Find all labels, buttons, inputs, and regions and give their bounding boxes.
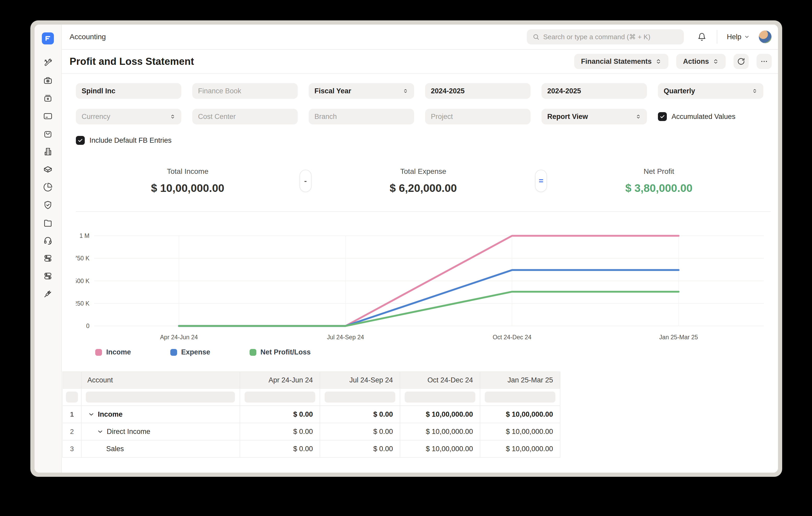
refresh-button[interactable]: [733, 54, 749, 69]
help-label: Help: [727, 33, 742, 41]
checkbox-checked-icon: [658, 112, 667, 121]
chevrons-up-down-icon: [170, 114, 176, 119]
column-header[interactable]: Account: [82, 372, 240, 388]
credit-card-icon[interactable]: [43, 111, 53, 121]
column-filter-input[interactable]: [86, 392, 235, 402]
filter-finance-book-label: Finance Book: [198, 87, 292, 95]
notification-bell-icon[interactable]: [697, 32, 706, 41]
amount-cell: $ 10,00,000.00: [400, 423, 480, 440]
value-filter-cell: [240, 389, 320, 405]
value-filter-cell: [320, 389, 400, 405]
include-default-fb-label: Include Default FB Entries: [89, 136, 172, 145]
filter-cost-center-label: Cost Center: [198, 113, 292, 121]
series-line-expense: [179, 270, 678, 326]
column-filter-input[interactable]: [325, 392, 395, 402]
sidebar: [34, 25, 62, 473]
shield-check-icon[interactable]: [43, 200, 53, 210]
table-row-income[interactable]: 1Income$ 0.00$ 0.00$ 10,00,000.00$ 10,00…: [62, 406, 560, 423]
breadcrumb-workspace: Accounting: [69, 33, 106, 41]
package-icon[interactable]: [43, 165, 53, 174]
report-group-dropdown[interactable]: Financial Statements: [574, 54, 668, 69]
filter-project[interactable]: Project: [425, 109, 530, 124]
global-search[interactable]: [527, 29, 684, 44]
total-expense-label: Total Expense: [312, 167, 535, 176]
header-index-cell: [62, 372, 82, 388]
filter-row-1: Spindl IncFinance BookFiscal Year2024-20…: [76, 83, 771, 99]
column-filter-input[interactable]: [405, 392, 475, 402]
net-profit-label: Net Profit: [547, 167, 771, 176]
app-window: Accounting Help Profit and Loss Statemen…: [30, 20, 782, 477]
cash-icon[interactable]: [43, 76, 53, 85]
amount-cell: $ 10,00,000.00: [480, 423, 560, 440]
legend-label: Net Profit/Loss: [261, 348, 311, 356]
table-row-direct-income[interactable]: 2Direct Income$ 0.00$ 0.00$ 10,00,000.00…: [62, 423, 560, 441]
net-profit-stat: Net Profit $ 3,80,000.00: [547, 167, 771, 194]
include-default-fb-checkbox[interactable]: Include Default FB Entries: [76, 136, 771, 145]
filter-period-basis[interactable]: Fiscal Year: [309, 83, 414, 99]
filter-company-label: Spindl Inc: [82, 87, 176, 95]
x-axis-tick: Apr 24-Jun 24: [160, 334, 198, 341]
filter-cost-center[interactable]: Cost Center: [192, 109, 298, 124]
series-line-net-profit-loss: [179, 292, 678, 326]
actions-label: Actions: [683, 58, 709, 66]
column-header[interactable]: Oct 24-Dec 24: [400, 372, 480, 388]
tools-icon[interactable]: [43, 58, 53, 67]
filter-to-fiscal-year-label: 2024-2025: [547, 87, 641, 95]
collapse-caret-icon[interactable]: [88, 411, 95, 418]
user-avatar[interactable]: [759, 30, 772, 43]
report-content: Spindl IncFinance BookFiscal Year2024-20…: [62, 74, 778, 473]
refresh-icon: [737, 58, 745, 65]
search-icon: [532, 33, 540, 40]
app-logo-icon[interactable]: [42, 32, 54, 44]
plug-icon[interactable]: [43, 289, 53, 299]
filter-periodicity-label: Quarterly: [664, 87, 752, 95]
total-expense-value: $ 6,20,000.00: [312, 182, 535, 194]
toggles-2-icon[interactable]: [43, 271, 53, 281]
accumulated-values-checkbox[interactable]: Accumulated Values: [658, 112, 735, 121]
column-filter-input[interactable]: [244, 392, 315, 402]
column-filter-input[interactable]: [485, 392, 555, 402]
filter-report-view[interactable]: Report View: [542, 109, 647, 124]
help-menu[interactable]: Help: [727, 33, 750, 41]
account-cell[interactable]: Sales: [82, 441, 240, 457]
chevrons-up-down-icon: [403, 88, 408, 94]
legend-swatch: [250, 349, 256, 356]
table-row-sales[interactable]: 3Sales$ 0.00$ 0.00$ 10,00,000.00$ 10,00,…: [62, 441, 560, 458]
amount-cell: $ 0.00: [240, 423, 320, 440]
column-filter-input[interactable]: [66, 392, 78, 402]
filter-branch[interactable]: Branch: [309, 109, 414, 124]
headset-icon[interactable]: [43, 236, 53, 245]
filter-from-fiscal-year[interactable]: 2024-2025: [425, 83, 530, 99]
column-header[interactable]: Apr 24-Jun 24: [240, 372, 320, 388]
building-icon[interactable]: [43, 147, 53, 156]
column-header[interactable]: Jan 25-Mar 25: [480, 372, 560, 388]
account-cell[interactable]: Income: [82, 406, 240, 423]
column-header[interactable]: Jul 24-Sep 24: [320, 372, 400, 388]
filter-company[interactable]: Spindl Inc: [76, 83, 181, 99]
filter-report-view-label: Report View: [547, 113, 635, 121]
filter-period-basis-label: Fiscal Year: [314, 87, 403, 95]
total-income-label: Total Income: [76, 167, 299, 176]
cash-drawer-icon[interactable]: [43, 94, 53, 103]
pie-chart-icon[interactable]: [43, 182, 53, 192]
ellipsis-icon: [760, 58, 768, 65]
search-input[interactable]: [543, 33, 678, 41]
filter-periodicity[interactable]: Quarterly: [658, 83, 763, 99]
row-index: 2: [62, 423, 82, 440]
folder-icon[interactable]: [43, 218, 53, 227]
shopping-bag-icon[interactable]: [43, 129, 53, 139]
more-options-button[interactable]: [757, 54, 772, 69]
filter-currency[interactable]: Currency: [76, 109, 181, 124]
filter-project-label: Project: [431, 113, 525, 121]
actions-dropdown[interactable]: Actions: [676, 54, 726, 69]
chevrons-up-down-icon: [713, 58, 719, 65]
account-cell[interactable]: Direct Income: [82, 423, 240, 440]
collapse-caret-icon[interactable]: [97, 428, 104, 435]
filter-to-fiscal-year[interactable]: 2024-2025: [542, 83, 647, 99]
line-chart: 0250 K500 K750 K1 MApr 24-Jun 24Jul 24-S…: [76, 226, 771, 344]
accumulated-values-label: Accumulated Values: [671, 113, 735, 121]
filter-finance-book[interactable]: Finance Book: [192, 83, 298, 99]
report-group-label: Financial Statements: [581, 58, 651, 66]
amount-cell: $ 10,00,000.00: [480, 441, 560, 457]
toggles-icon[interactable]: [43, 253, 53, 263]
